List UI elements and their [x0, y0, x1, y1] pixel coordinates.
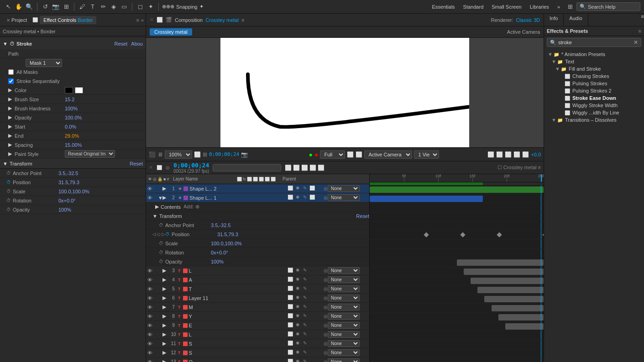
spacing-value[interactable]: 15.00% [65, 142, 143, 148]
layer6-parent-select[interactable]: None [328, 295, 360, 301]
layer7-parent-select[interactable]: None [328, 304, 360, 310]
l6-sw1[interactable]: ⬜ [287, 295, 293, 301]
layer5-expand[interactable]: ▶ [162, 286, 169, 292]
spacing-expand[interactable]: ▶ [8, 142, 15, 148]
tree-item-3[interactable]: ⬜ Chasing Strokes [544, 72, 644, 80]
tree-item-9[interactable]: ▼ 📁 Transitions – Dissolves [544, 116, 644, 124]
comp-tl-menu[interactable]: ≡ [538, 165, 541, 170]
l1-sw4[interactable]: ⬜ [309, 186, 315, 192]
layer4-vis[interactable]: 👁 [146, 277, 153, 283]
brush-hardness-value[interactable]: 100% [65, 106, 143, 111]
zoom-select[interactable]: 100% [165, 150, 192, 159]
tree-item-2[interactable]: ▼ 📁 Fill and Stroke [544, 65, 644, 72]
l5-sw3[interactable]: ✎ [302, 286, 308, 292]
end-expand[interactable]: ▶ [8, 133, 15, 139]
layer13-parent-select[interactable]: None [328, 358, 360, 362]
l2-sw3[interactable]: ✎ [302, 195, 308, 201]
comp-close[interactable]: ✕ [150, 17, 154, 23]
layer6-expand[interactable]: ▶ [162, 295, 169, 301]
hand-tool[interactable]: ✋ [14, 2, 23, 11]
l12-sw1[interactable]: ⬜ [287, 350, 293, 356]
keyframe-0[interactable] [424, 232, 429, 237]
tree-item-4[interactable]: ⬜ Pulsing Strokes [544, 80, 644, 87]
tree-item-8[interactable]: ⬜ Wiggly ...idth By Line [544, 109, 644, 116]
timeline-close[interactable]: ✕ [149, 165, 153, 171]
about-button[interactable]: Abou [131, 41, 143, 47]
l3-sw1[interactable]: ⬜ [287, 268, 293, 274]
project-tab[interactable]: ✕ Project [2, 16, 31, 24]
tl-ctrl4[interactable]: ⬜ [309, 165, 316, 171]
reset-button[interactable]: Reset [115, 41, 128, 47]
camera-tool[interactable]: 📷 [51, 2, 60, 11]
start-value[interactable]: 0.0% [65, 124, 143, 129]
l11-sw3[interactable]: ✎ [302, 341, 308, 347]
timeline-timecode[interactable]: 0;00;00;24 [173, 162, 209, 169]
timecode-display[interactable]: 0;00;00;24 [209, 151, 239, 157]
l5-sw1[interactable]: ⬜ [287, 286, 293, 292]
l6-sw3[interactable]: ✎ [302, 295, 308, 301]
l10-sw1[interactable]: ⬜ [287, 331, 293, 338]
search-help-label[interactable]: Search Help [588, 4, 616, 10]
l1-sw2[interactable]: ✱ [294, 186, 301, 192]
layer-row-2[interactable]: 👁 ▼ ▶ 2 ★ Shape L... 1 ⬜ ✱ ✎ ⬜ [146, 193, 369, 202]
opacity2-value[interactable]: 100% [58, 207, 71, 212]
select-tool[interactable]: ↖ [4, 2, 13, 11]
l4-sw1[interactable]: ⬜ [287, 277, 293, 283]
layer-row-4[interactable]: 👁 ▶ 4 T A ⬜ ✱ ✎ ◎ None [146, 275, 369, 284]
pos-prev-kf[interactable]: ◁ [152, 232, 156, 237]
layer13-vis[interactable]: 👁 [146, 359, 153, 362]
layer-row-10[interactable]: 👁 ▶ 10 T L ⬜ ✱ ✎ ◎ None [146, 330, 369, 339]
tb-icon11[interactable]: ⬜ [522, 151, 529, 158]
layer1-vis[interactable]: 👁 [146, 186, 153, 191]
l4-sw3[interactable]: ✎ [302, 277, 308, 283]
l2-sw4[interactable]: ⬜ [309, 195, 315, 201]
keyframe-1[interactable] [460, 232, 465, 237]
layer-row-11[interactable]: 👁 ▶ 11 T S ⬜ ✱ ✎ ◎ None [146, 339, 369, 348]
tree-item-7[interactable]: ⬜ Wiggly Stroke Width [544, 102, 644, 109]
tl-ctrl2[interactable]: ⬜ [293, 165, 300, 171]
transform-reset-button[interactable]: Reset [130, 161, 143, 166]
effect-controls-label[interactable]: Effect Controls [43, 17, 76, 23]
color-swatch-fg[interactable] [65, 87, 73, 93]
tree-item-6[interactable]: ⬜ Stroke Ease Down [544, 94, 644, 102]
zoom-tool[interactable]: 🔍 [25, 2, 34, 11]
end-value[interactable]: 29.0% [65, 133, 143, 139]
brush-size-value[interactable]: 15.2 [65, 97, 143, 102]
layer-row-6[interactable]: 👁 ▶ 6 T Layer 11 ⬜ ✱ ✎ ◎ None [146, 294, 369, 303]
comp-menu-icon[interactable]: ≡ [241, 17, 244, 23]
pos-tw-value[interactable]: 31.5,79.3 [217, 232, 238, 237]
layer2-parent-select[interactable]: None [328, 194, 360, 201]
l7-sw3[interactable]: ✎ [302, 304, 308, 310]
search-clear-button[interactable]: ✕ [634, 39, 638, 46]
playhead[interactable] [541, 174, 542, 182]
snapping-toggle[interactable]: ✦ [199, 4, 204, 10]
l9-sw2[interactable]: ✱ [294, 322, 301, 329]
layer11-vis[interactable]: 👁 [146, 341, 153, 346]
search-help-box[interactable]: 🔍 Search Help [576, 2, 640, 11]
workspace-more[interactable]: » [554, 3, 564, 10]
layer13-expand[interactable]: ▶ [162, 359, 169, 362]
l3-sw3[interactable]: ✎ [302, 268, 308, 274]
panel-menu-icon[interactable]: ≡ [136, 17, 139, 23]
l4-sw2[interactable]: ✱ [294, 277, 301, 283]
layer8-parent-select[interactable]: None [328, 313, 360, 320]
l10-sw2[interactable]: ✱ [294, 331, 301, 338]
effects-menu[interactable]: ≡ [639, 28, 641, 34]
info-tab[interactable]: Info [544, 14, 564, 26]
tl-ctrl1[interactable]: ⬜ [285, 165, 292, 171]
project-tab-close[interactable]: ✕ [6, 18, 10, 23]
paint-style-value[interactable]: Reveal Original Im [65, 150, 143, 158]
opacity-expand[interactable]: ▶ [8, 114, 15, 120]
layer-row-7[interactable]: 👁 ▶ 7 T M ⬜ ✱ ✎ ◎ None [146, 303, 369, 312]
layer7-expand[interactable]: ▶ [162, 304, 169, 310]
start-expand[interactable]: ▶ [8, 124, 15, 129]
grid-icon[interactable]: ⊞ [565, 2, 575, 11]
l10-sw3[interactable]: ✎ [302, 331, 308, 338]
camera-select[interactable]: Active Camera [364, 150, 412, 159]
effects-search-input[interactable] [558, 40, 632, 45]
layer8-expand[interactable]: ▶ [162, 313, 169, 319]
l7-sw2[interactable]: ✱ [294, 304, 301, 310]
transform-reset2[interactable]: Reset [356, 213, 369, 219]
l12-sw2[interactable]: ✱ [294, 350, 301, 356]
l1-sw3[interactable]: ✎ [302, 186, 308, 192]
